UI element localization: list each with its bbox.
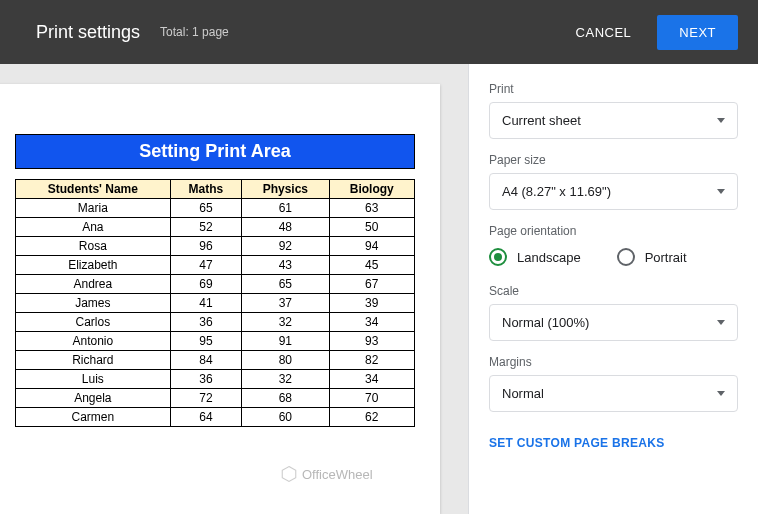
cell-biology: 63 xyxy=(329,199,414,218)
col-physics: Physics xyxy=(242,180,329,199)
cell-name: Rosa xyxy=(16,237,171,256)
print-label: Print xyxy=(489,82,738,96)
paper-label: Paper size xyxy=(489,153,738,167)
cell-maths: 84 xyxy=(170,351,241,370)
cell-name: Richard xyxy=(16,351,171,370)
cell-name: Luis xyxy=(16,370,171,389)
cell-biology: 50 xyxy=(329,218,414,237)
svg-marker-0 xyxy=(282,467,296,482)
preview-table: Students' Name Maths Physics Biology Mar… xyxy=(15,179,415,427)
next-button[interactable]: NEXT xyxy=(657,15,738,50)
chevron-down-icon xyxy=(717,189,725,194)
margins-label: Margins xyxy=(489,355,738,369)
radio-unselected-icon xyxy=(617,248,635,266)
cell-physics: 68 xyxy=(242,389,329,408)
cell-name: James xyxy=(16,294,171,313)
cell-biology: 93 xyxy=(329,332,414,351)
cell-physics: 65 xyxy=(242,275,329,294)
table-row: Carlos363234 xyxy=(16,313,415,332)
watermark-text: OfficeWheel xyxy=(302,467,373,482)
radio-selected-icon xyxy=(489,248,507,266)
settings-sidebar: Print Current sheet Paper size A4 (8.27"… xyxy=(468,64,758,514)
col-name: Students' Name xyxy=(16,180,171,199)
cell-maths: 69 xyxy=(170,275,241,294)
portrait-label: Portrait xyxy=(645,250,687,265)
cell-biology: 34 xyxy=(329,370,414,389)
chevron-down-icon xyxy=(717,118,725,123)
cell-physics: 48 xyxy=(242,218,329,237)
orientation-label: Page orientation xyxy=(489,224,738,238)
table-row: Rosa969294 xyxy=(16,237,415,256)
chevron-down-icon xyxy=(717,391,725,396)
col-biology: Biology xyxy=(329,180,414,199)
cell-name: Maria xyxy=(16,199,171,218)
cell-physics: 37 xyxy=(242,294,329,313)
cell-maths: 52 xyxy=(170,218,241,237)
cell-physics: 80 xyxy=(242,351,329,370)
cell-biology: 67 xyxy=(329,275,414,294)
scale-label: Scale xyxy=(489,284,738,298)
scale-select[interactable]: Normal (100%) xyxy=(489,304,738,341)
col-maths: Maths xyxy=(170,180,241,199)
preview-page: Setting Print Area Students' Name Maths … xyxy=(0,84,440,514)
chevron-down-icon xyxy=(717,320,725,325)
cancel-button[interactable]: CANCEL xyxy=(558,15,650,50)
cell-name: Andrea xyxy=(16,275,171,294)
table-row: Richard848082 xyxy=(16,351,415,370)
cell-physics: 91 xyxy=(242,332,329,351)
cell-name: Carlos xyxy=(16,313,171,332)
cell-name: Carmen xyxy=(16,408,171,427)
margins-value: Normal xyxy=(502,386,544,401)
table-row: Angela726870 xyxy=(16,389,415,408)
scale-value: Normal (100%) xyxy=(502,315,589,330)
cell-biology: 39 xyxy=(329,294,414,313)
cell-maths: 36 xyxy=(170,370,241,389)
cell-physics: 32 xyxy=(242,370,329,389)
cell-maths: 96 xyxy=(170,237,241,256)
cell-biology: 82 xyxy=(329,351,414,370)
print-preview-area: Setting Print Area Students' Name Maths … xyxy=(0,64,468,514)
table-row: Elizabeth474345 xyxy=(16,256,415,275)
cell-biology: 62 xyxy=(329,408,414,427)
header-bar: Print settings Total: 1 page CANCEL NEXT xyxy=(0,0,758,64)
cell-biology: 70 xyxy=(329,389,414,408)
landscape-label: Landscape xyxy=(517,250,581,265)
table-header-row: Students' Name Maths Physics Biology xyxy=(16,180,415,199)
cell-physics: 61 xyxy=(242,199,329,218)
table-row: Maria656163 xyxy=(16,199,415,218)
paper-value: A4 (8.27" x 11.69") xyxy=(502,184,611,199)
cell-maths: 72 xyxy=(170,389,241,408)
table-row: Ana524850 xyxy=(16,218,415,237)
cell-biology: 45 xyxy=(329,256,414,275)
watermark: OfficeWheel xyxy=(280,465,373,483)
table-row: Antonio959193 xyxy=(16,332,415,351)
cell-maths: 36 xyxy=(170,313,241,332)
margins-select[interactable]: Normal xyxy=(489,375,738,412)
orientation-landscape-radio[interactable]: Landscape xyxy=(489,248,581,266)
page-title: Print settings xyxy=(36,22,140,43)
custom-page-breaks-button[interactable]: SET CUSTOM PAGE BREAKS xyxy=(489,436,665,450)
print-value: Current sheet xyxy=(502,113,581,128)
page-total: Total: 1 page xyxy=(160,25,229,39)
cell-maths: 41 xyxy=(170,294,241,313)
cell-name: Angela xyxy=(16,389,171,408)
cell-maths: 65 xyxy=(170,199,241,218)
cell-physics: 32 xyxy=(242,313,329,332)
table-row: Andrea696567 xyxy=(16,275,415,294)
cell-maths: 95 xyxy=(170,332,241,351)
preview-banner: Setting Print Area xyxy=(15,134,415,169)
table-row: Luis363234 xyxy=(16,370,415,389)
cell-maths: 47 xyxy=(170,256,241,275)
cell-maths: 64 xyxy=(170,408,241,427)
paper-size-select[interactable]: A4 (8.27" x 11.69") xyxy=(489,173,738,210)
cell-biology: 94 xyxy=(329,237,414,256)
cell-name: Ana xyxy=(16,218,171,237)
print-select[interactable]: Current sheet xyxy=(489,102,738,139)
cell-physics: 43 xyxy=(242,256,329,275)
orientation-portrait-radio[interactable]: Portrait xyxy=(617,248,687,266)
cell-physics: 92 xyxy=(242,237,329,256)
wheel-icon xyxy=(280,465,298,483)
cell-name: Antonio xyxy=(16,332,171,351)
cell-name: Elizabeth xyxy=(16,256,171,275)
table-row: James413739 xyxy=(16,294,415,313)
